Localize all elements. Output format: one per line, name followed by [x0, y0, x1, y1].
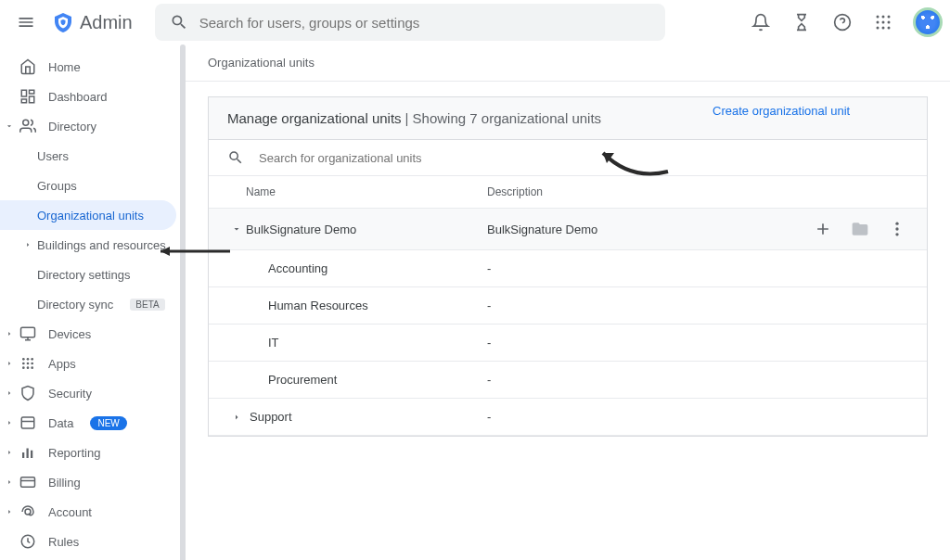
help-icon[interactable] — [824, 4, 861, 41]
global-search — [155, 4, 665, 41]
chevron-right-icon[interactable] — [4, 388, 15, 399]
svg-point-17 — [27, 358, 30, 361]
row-collapse-icon[interactable] — [227, 223, 246, 235]
devices-icon — [19, 325, 37, 343]
rules-icon — [19, 532, 37, 551]
panel-subtitle: | Showing 7 organizational units — [405, 110, 602, 126]
row-name: Accounting — [246, 261, 487, 275]
svg-point-5 — [882, 21, 885, 24]
chevron-right-icon[interactable] — [22, 239, 33, 250]
svg-rect-15 — [21, 327, 35, 337]
panel-search — [209, 140, 927, 176]
notifications-icon[interactable] — [742, 4, 779, 41]
nav-account[interactable]: Account — [0, 497, 186, 527]
chevron-right-icon[interactable] — [4, 328, 15, 339]
more-icon[interactable] — [886, 218, 908, 240]
row-name: IT — [246, 336, 487, 350]
table-row[interactable]: Procurement - — [209, 362, 927, 399]
chevron-right-icon[interactable] — [4, 506, 15, 517]
hamburger-menu-icon[interactable] — [7, 4, 45, 41]
svg-point-22 — [22, 366, 25, 369]
nav-dashboard[interactable]: Dashboard — [0, 82, 186, 111]
svg-point-32 — [895, 223, 898, 225]
col-desc-header: Description — [487, 185, 908, 198]
data-icon — [19, 414, 37, 432]
table-row[interactable]: BulkSignature Demo BulkSignature Demo — [209, 209, 927, 250]
nav-label: Groups — [37, 179, 77, 193]
svg-point-9 — [888, 27, 891, 30]
nav-rules[interactable]: Rules — [0, 527, 186, 556]
move-icon[interactable] — [849, 218, 871, 240]
row-name: BulkSignature Demo — [246, 223, 487, 236]
panel-search-input[interactable] — [259, 151, 908, 165]
nav-apps[interactable]: Apps — [0, 349, 186, 378]
nav-organizational-units[interactable]: Organizational units — [0, 200, 176, 230]
nav-buildings-resources[interactable]: Buildings and resources — [0, 230, 186, 260]
hourglass-icon[interactable] — [783, 4, 820, 41]
sidebar-scrollbar[interactable] — [180, 45, 186, 560]
chevron-right-icon[interactable] — [4, 477, 15, 488]
nav-directory[interactable]: Directory — [0, 111, 186, 141]
breadcrumb: Organizational units — [186, 45, 950, 82]
table-row[interactable]: Support - — [209, 399, 927, 436]
svg-point-20 — [27, 363, 30, 365]
nav-label: Directory sync — [37, 298, 113, 312]
nav-label: Directory settings — [37, 268, 130, 282]
app-header: Admin — [0, 0, 950, 45]
panel-title: Manage organizational units — [227, 110, 402, 126]
row-desc: - — [487, 299, 908, 312]
nav-label: Buildings and resources — [37, 238, 166, 252]
nav-label: Devices — [48, 327, 91, 341]
app-logo[interactable]: Admin — [52, 11, 133, 33]
svg-rect-12 — [30, 96, 34, 103]
svg-point-18 — [31, 358, 33, 361]
table-header: Name Description — [209, 176, 927, 209]
search-box[interactable] — [155, 4, 665, 41]
svg-point-1 — [877, 16, 879, 19]
nav-reporting[interactable]: Reporting — [0, 438, 186, 467]
nav-groups[interactable]: Groups — [0, 171, 186, 200]
search-icon — [170, 13, 188, 32]
row-name: Human Resources — [246, 299, 487, 312]
svg-point-8 — [882, 27, 885, 30]
svg-rect-26 — [22, 452, 24, 458]
search-icon — [227, 149, 244, 166]
nav-directory-settings[interactable]: Directory settings — [0, 260, 186, 289]
table-row[interactable]: Accounting - — [209, 250, 927, 287]
svg-point-24 — [31, 366, 33, 369]
search-input[interactable] — [199, 15, 650, 31]
chevron-down-icon[interactable] — [4, 121, 15, 132]
col-name-header: Name — [246, 185, 487, 198]
nav-storage[interactable]: Storage — [0, 556, 186, 560]
create-org-unit-link[interactable]: Create organizational unit — [712, 104, 850, 118]
svg-rect-28 — [31, 451, 32, 458]
nav-directory-sync[interactable]: Directory sync BETA — [0, 289, 186, 319]
nav-users[interactable]: Users — [0, 141, 186, 171]
nav-label: Rules — [48, 535, 79, 549]
chevron-right-icon[interactable] — [4, 447, 15, 458]
panel-title-wrap: Manage organizational units | Showing 7 … — [227, 110, 601, 126]
svg-point-33 — [895, 227, 898, 230]
table-row[interactable]: Human Resources - — [209, 287, 927, 325]
table-row[interactable]: IT - — [209, 325, 927, 362]
row-expand-icon[interactable] — [227, 412, 246, 423]
nav-label: Account — [48, 505, 92, 519]
chevron-right-icon[interactable] — [4, 417, 15, 428]
billing-icon — [19, 473, 37, 491]
chevron-right-icon[interactable] — [4, 358, 15, 369]
nav-home[interactable]: Home — [0, 52, 186, 82]
svg-point-6 — [888, 21, 891, 24]
nav-billing[interactable]: Billing — [0, 467, 186, 497]
nav-label: Home — [48, 60, 81, 74]
nav-security[interactable]: Security — [0, 378, 186, 408]
svg-rect-27 — [27, 449, 29, 459]
nav-devices[interactable]: Devices — [0, 319, 186, 349]
svg-rect-13 — [21, 99, 26, 103]
row-desc: - — [487, 261, 908, 275]
nav-data[interactable]: Data NEW — [0, 408, 186, 438]
admin-logo-icon — [52, 11, 74, 33]
apps-grid-icon[interactable] — [865, 4, 902, 41]
user-avatar[interactable] — [913, 7, 943, 37]
add-child-icon[interactable] — [812, 218, 834, 240]
sidebar: Home Dashboard Directory Users Groups Or… — [0, 45, 186, 560]
